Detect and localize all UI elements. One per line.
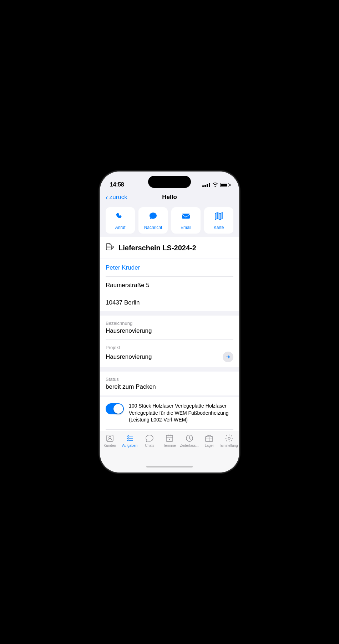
tab-aufgaben-label: Aufgaben — [122, 444, 137, 448]
bezeichnung-label: Bezeichnung — [106, 321, 233, 326]
message-label: Nachricht — [144, 225, 162, 230]
tab-bar: Kunden Aufgaben Chats — [100, 431, 239, 460]
message-icon — [148, 211, 158, 223]
projekt-row[interactable]: Projekt Hausrenovierung — [106, 340, 233, 367]
back-label: zurück — [110, 194, 127, 201]
einstellung-icon — [225, 434, 233, 443]
tab-zeiterfass-label: Zeiterfass... — [180, 444, 199, 448]
tab-kunden[interactable]: Kunden — [100, 434, 120, 448]
tab-einstellung[interactable]: Einstellung — [219, 434, 239, 448]
call-icon — [116, 211, 125, 223]
bezeichnung-row: Bezeichnung Hausrenovierung — [106, 316, 233, 340]
phone-frame: 14:58 — [100, 172, 239, 472]
signal-dot-1 — [202, 185, 204, 187]
status-label: Status — [106, 377, 233, 382]
svg-point-14 — [169, 439, 170, 440]
tab-lager-label: Lager — [205, 444, 214, 448]
tab-termine[interactable]: Termine — [160, 434, 179, 448]
bezeichnung-projekt-section: Bezeichnung Hausrenovierung Projekt Haus… — [100, 316, 239, 367]
battery-fill — [221, 184, 227, 186]
svg-rect-10 — [166, 435, 173, 441]
map-icon — [214, 211, 223, 223]
customer-name: Peter Kruder — [106, 264, 233, 271]
phone-screen: 14:58 — [100, 172, 239, 472]
message-button[interactable]: Nachricht — [138, 207, 168, 234]
home-bar — [146, 466, 193, 467]
tab-zeiterfass[interactable]: Zeiterfass... — [179, 434, 199, 448]
toggle-text-1: 100 Stück Holzfaser Verlegeplatte Holzfa… — [129, 403, 233, 424]
dynamic-island — [148, 176, 191, 188]
toggle-1[interactable] — [106, 403, 124, 414]
toggle-track-1 — [106, 403, 124, 414]
tab-kunden-label: Kunden — [104, 444, 116, 448]
status-time: 14:58 — [110, 182, 124, 188]
svg-point-19 — [228, 437, 230, 439]
status-section: Status bereit zum Packen — [100, 372, 239, 395]
lager-icon — [205, 434, 213, 443]
email-button[interactable]: Email — [171, 207, 201, 234]
zeiterfass-icon — [185, 434, 194, 443]
projekt-label: Projekt — [106, 345, 233, 350]
signal-dot-4 — [209, 183, 210, 187]
signal-dots — [202, 183, 210, 187]
tab-einstellung-label: Einstellung — [221, 444, 238, 448]
tab-lager[interactable]: Lager — [199, 434, 219, 448]
email-label: Email — [181, 225, 191, 230]
tab-chats-label: Chats — [145, 444, 154, 448]
back-button[interactable]: ‹ zurück — [106, 194, 127, 201]
status-value: bereit zum Packen — [106, 383, 233, 390]
toggle-section: 100 Stück Holzfaser Verlegeplatte Holzfa… — [100, 397, 239, 431]
map-button[interactable]: Karte — [204, 207, 233, 234]
tab-aufgaben[interactable]: Aufgaben — [120, 434, 140, 448]
street-value: Raumerstraße 5 — [106, 282, 233, 289]
doc-title: Lieferschein LS-2024-2 — [118, 244, 196, 252]
svg-point-6 — [109, 436, 111, 439]
svg-rect-0 — [182, 214, 190, 219]
call-button[interactable]: Anruf — [106, 207, 135, 234]
nav-bar: ‹ zurück Hello — [100, 191, 239, 204]
doc-header: Lieferschein LS-2024-2 — [100, 237, 239, 259]
street-row: Raumerstraße 5 — [106, 277, 233, 294]
aufgaben-icon — [126, 434, 134, 443]
main-content[interactable]: Lieferschein LS-2024-2 Peter Kruder Raum… — [100, 237, 239, 431]
projekt-value: Hausrenovierung — [106, 353, 152, 361]
projekt-row-inner: Hausrenovierung — [106, 352, 233, 362]
email-icon — [181, 211, 191, 223]
map-label: Karte — [214, 225, 224, 230]
toggle-item-1: 100 Stück Holzfaser Verlegeplatte Holzfa… — [106, 397, 233, 430]
termine-icon — [165, 434, 174, 443]
status-row: Status bereit zum Packen — [106, 372, 233, 395]
back-chevron-icon: ‹ — [106, 194, 108, 201]
kunden-icon — [106, 434, 114, 443]
tab-termine-label: Termine — [163, 444, 176, 448]
spacer-1 — [100, 312, 239, 316]
wifi-icon — [212, 182, 218, 188]
action-buttons: Anruf Nachricht Email — [100, 204, 239, 237]
customer-row: Peter Kruder — [106, 259, 233, 277]
chats-icon — [145, 434, 154, 443]
bezeichnung-value: Hausrenovierung — [106, 327, 233, 334]
info-section: Peter Kruder Raumerstraße 5 10437 Berlin — [100, 259, 239, 311]
tab-chats[interactable]: Chats — [140, 434, 160, 448]
toggle-thumb-1 — [113, 404, 123, 414]
call-label: Anruf — [115, 225, 126, 230]
city-value: 10437 Berlin — [106, 299, 233, 306]
nav-title: Hello — [162, 194, 177, 201]
home-indicator — [100, 460, 239, 472]
signal-dot-2 — [204, 185, 206, 187]
spacer-2 — [100, 368, 239, 372]
status-icons — [202, 182, 229, 188]
projekt-arrow-button[interactable] — [223, 352, 233, 362]
signal-dot-3 — [207, 184, 208, 187]
city-row: 10437 Berlin — [106, 294, 233, 311]
battery-icon — [220, 183, 229, 187]
doc-icon — [106, 243, 115, 253]
